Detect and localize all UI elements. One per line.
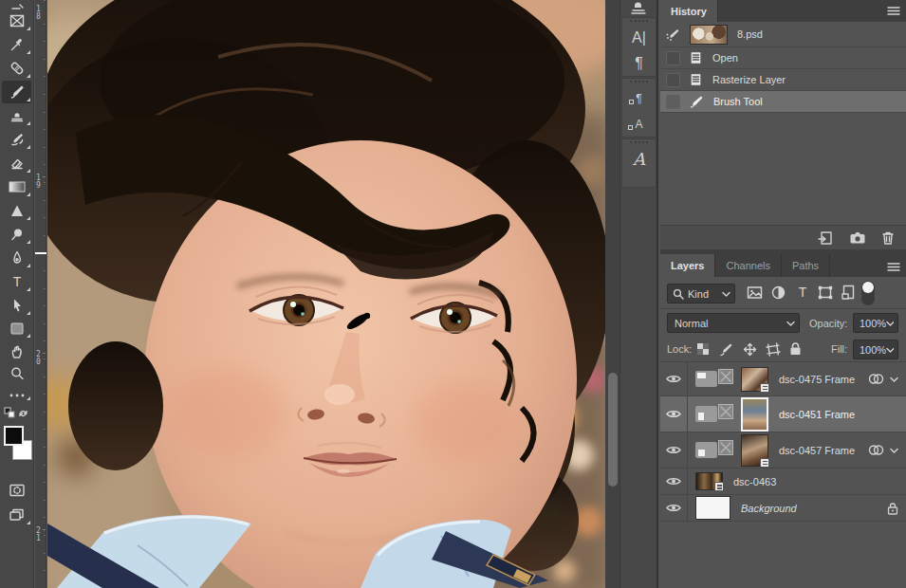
layers-panel-menu[interactable] bbox=[887, 262, 900, 272]
history-step-row-selected[interactable]: Brush Tool bbox=[660, 91, 906, 113]
layer-visibility-toggle[interactable] bbox=[660, 432, 688, 468]
quick-mask-button[interactable] bbox=[2, 479, 31, 502]
lock-artboard-button[interactable] bbox=[766, 342, 781, 357]
frame-layer-thumbnail[interactable] bbox=[695, 369, 733, 390]
history-step-row[interactable]: Open bbox=[660, 47, 906, 69]
sharpen-tool[interactable] bbox=[2, 199, 31, 222]
tab-channels[interactable]: Channels bbox=[715, 254, 781, 277]
adjustment-layer-filter-button[interactable] bbox=[771, 285, 786, 300]
layer-name[interactable]: dsc-0451 Frame bbox=[779, 409, 855, 420]
dodge-tool[interactable] bbox=[2, 223, 31, 246]
lock-position-button[interactable] bbox=[743, 342, 757, 357]
layer-row-background[interactable]: Background bbox=[660, 495, 906, 522]
layer-row[interactable]: dsc-0475 Frame bbox=[660, 362, 906, 396]
opacity-dropdown[interactable]: 100% bbox=[853, 313, 898, 333]
layer-thumbnail[interactable] bbox=[695, 472, 723, 490]
lock-label: Lock: bbox=[667, 343, 692, 355]
frame-layer-thumbnail[interactable] bbox=[695, 440, 733, 461]
new-snapshot-camera-icon[interactable] bbox=[849, 230, 866, 245]
layer-visibility-toggle[interactable] bbox=[660, 396, 688, 432]
path-selection-tool[interactable] bbox=[2, 294, 31, 317]
lock-paint-button[interactable] bbox=[719, 342, 733, 357]
magnifier-icon bbox=[9, 366, 25, 381]
layer-filter-toggle[interactable] bbox=[861, 281, 875, 305]
layer-visibility-toggle[interactable] bbox=[660, 495, 688, 521]
history-step-row[interactable]: Rasterize Layer bbox=[660, 69, 906, 91]
layers-filter-row: Kind T bbox=[660, 277, 906, 309]
history-brush-source-icon[interactable] bbox=[665, 27, 682, 42]
history-source-checkbox[interactable] bbox=[666, 73, 680, 87]
blend-mode-dropdown[interactable]: Normal bbox=[667, 313, 800, 333]
frame-tool[interactable] bbox=[2, 9, 31, 32]
tab-layers[interactable]: Layers bbox=[660, 254, 715, 277]
shape-filter-icon bbox=[818, 285, 833, 300]
clone-stamp-tool[interactable] bbox=[2, 104, 31, 127]
snapshot-thumbnail[interactable] bbox=[690, 25, 728, 45]
pen-nib-icon bbox=[9, 250, 25, 266]
chevron-down-icon bbox=[722, 291, 730, 297]
pixel-layer-filter-button[interactable] bbox=[747, 285, 763, 300]
eyedropper-tool[interactable] bbox=[2, 33, 31, 56]
healing-brush-tool[interactable] bbox=[2, 57, 31, 80]
frame-layer-thumbnail[interactable] bbox=[695, 404, 733, 425]
canvas-scrollbar[interactable] bbox=[605, 0, 620, 588]
canvas-area[interactable] bbox=[47, 0, 605, 588]
artboard-icon bbox=[766, 342, 781, 357]
layer-visibility-toggle[interactable] bbox=[660, 469, 688, 494]
lock-transparency-button[interactable] bbox=[696, 342, 710, 356]
character-styles-panel-button[interactable]: A bbox=[622, 111, 656, 137]
hand-tool[interactable] bbox=[2, 340, 31, 363]
shape-layer-filter-button[interactable] bbox=[818, 285, 833, 300]
eraser-tool[interactable] bbox=[2, 152, 31, 175]
smart-object-filter-button[interactable] bbox=[841, 285, 856, 300]
glyphs-panel-button[interactable]: A bbox=[622, 146, 656, 172]
layer-row[interactable]: dsc-0457 Frame bbox=[660, 432, 906, 469]
delete-trash-icon[interactable] bbox=[881, 230, 895, 246]
foreground-color-swatch[interactable] bbox=[4, 426, 24, 446]
layer-name[interactable]: dsc-0463 bbox=[733, 476, 776, 487]
paragraph-panel-button[interactable]: ¶ bbox=[622, 50, 656, 76]
layer-visibility-toggle[interactable] bbox=[660, 362, 688, 395]
layer-thumbnail[interactable] bbox=[741, 367, 768, 392]
opacity-value: 100% bbox=[860, 318, 886, 329]
gradient-tool[interactable] bbox=[2, 175, 31, 198]
layer-row-selected[interactable]: dsc-0451 Frame bbox=[660, 396, 906, 432]
history-brush-tool[interactable] bbox=[2, 128, 31, 151]
screen-mode-button[interactable] bbox=[2, 504, 31, 526]
chevron-down-icon bbox=[786, 321, 795, 326]
chevron-down-icon[interactable] bbox=[890, 377, 898, 382]
history-snapshot-row[interactable]: 8.psd bbox=[660, 22, 906, 47]
default-and-swap-colors[interactable] bbox=[2, 405, 31, 422]
dodge-icon bbox=[9, 227, 25, 242]
fill-dropdown[interactable]: 100% bbox=[853, 340, 898, 359]
type-layer-filter-button[interactable]: T bbox=[796, 285, 809, 300]
tab-history[interactable]: History bbox=[660, 0, 718, 22]
zoom-tool[interactable] bbox=[2, 362, 31, 385]
rectangle-tool[interactable] bbox=[2, 317, 31, 340]
history-source-checkbox[interactable] bbox=[666, 95, 680, 109]
layer-name[interactable]: dsc-0457 Frame bbox=[779, 445, 855, 456]
layer-thumbnail-selected[interactable] bbox=[741, 397, 768, 432]
tab-paths[interactable]: Paths bbox=[782, 254, 830, 277]
frame-badge-icon bbox=[868, 444, 885, 456]
pen-tool[interactable] bbox=[2, 247, 31, 269]
history-panel-menu[interactable] bbox=[887, 6, 900, 16]
lock-all-button[interactable] bbox=[789, 341, 802, 356]
quick-mask-icon bbox=[9, 483, 26, 498]
scrollbar-thumb[interactable] bbox=[608, 373, 618, 487]
paragraph-styles-panel-button[interactable]: ¶ bbox=[622, 85, 656, 111]
new-document-from-state-icon[interactable] bbox=[818, 230, 834, 246]
history-source-checkbox[interactable] bbox=[666, 51, 680, 65]
filter-kind-dropdown[interactable]: Kind bbox=[667, 284, 735, 303]
layer-name[interactable]: dsc-0475 Frame bbox=[779, 374, 855, 385]
type-tool[interactable]: T bbox=[2, 270, 31, 293]
edit-toolbar-button[interactable] bbox=[2, 389, 31, 402]
layer-thumbnail[interactable] bbox=[741, 434, 768, 467]
brush-tool-selected[interactable] bbox=[2, 81, 31, 103]
ellipsis-icon bbox=[9, 393, 26, 398]
layer-name[interactable]: Background bbox=[741, 503, 797, 514]
background-thumbnail[interactable] bbox=[695, 496, 730, 520]
chevron-down-icon[interactable] bbox=[890, 448, 898, 453]
layer-row[interactable]: dsc-0463 bbox=[660, 469, 906, 495]
character-panel-button[interactable]: A| bbox=[622, 25, 656, 50]
